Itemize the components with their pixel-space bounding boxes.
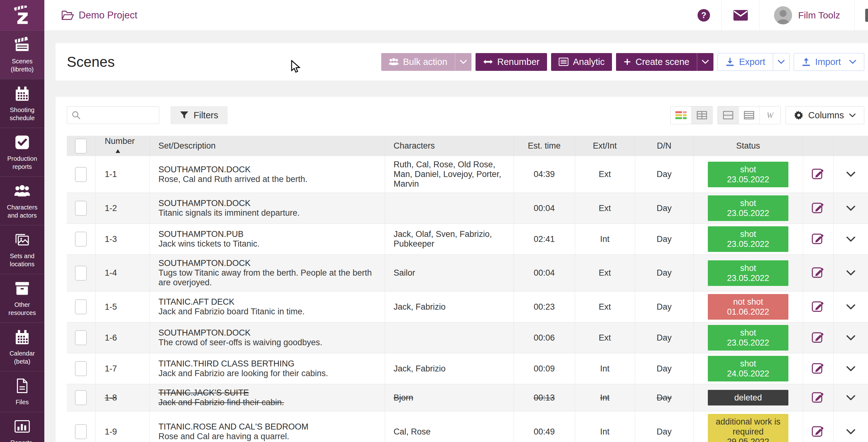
import-button[interactable]: Import bbox=[794, 53, 864, 71]
status-badge: shot23.05.2022 bbox=[708, 325, 788, 351]
expand-row-button[interactable] bbox=[846, 206, 856, 211]
user-menu[interactable]: Film Toolz bbox=[760, 0, 854, 30]
table-row[interactable]: 1-8TITANIC.JACK'S SUITEJack and Fabrizio… bbox=[67, 384, 868, 411]
row-checkbox[interactable] bbox=[75, 265, 87, 281]
row-checkbox[interactable] bbox=[75, 232, 87, 247]
edit-scene-button[interactable] bbox=[811, 361, 825, 374]
color-grid-icon bbox=[675, 111, 687, 120]
edit-scene-button[interactable] bbox=[811, 424, 825, 437]
column-header-characters: Characters bbox=[385, 136, 514, 156]
sidebar-item-characters-and-actors[interactable]: Characters and actors bbox=[0, 177, 44, 225]
messages-button[interactable] bbox=[721, 0, 760, 30]
view-single-row-button[interactable] bbox=[718, 106, 739, 124]
chevron-down-icon bbox=[849, 60, 857, 64]
scenes-panel: Filters bbox=[56, 97, 868, 442]
row-checkbox[interactable] bbox=[75, 167, 87, 182]
row-checkbox[interactable] bbox=[75, 330, 87, 345]
export-button[interactable]: Export bbox=[717, 53, 789, 71]
row-checkbox[interactable] bbox=[75, 299, 87, 314]
scene-characters: Cal, Rose bbox=[394, 427, 431, 436]
help-button[interactable]: ? bbox=[686, 0, 721, 30]
view-grid-button[interactable] bbox=[691, 106, 712, 124]
expand-row-button[interactable] bbox=[846, 270, 856, 276]
table-row[interactable]: 1-9TITANIC.ROSE AND CAL'S BEDROOMRose an… bbox=[67, 411, 868, 442]
table-row[interactable]: 1-4SOUTHAMPTON.DOCKTugs tow Titanic away… bbox=[67, 255, 868, 291]
scene-set: TITANIC.AFT DECK bbox=[159, 297, 376, 307]
export-dropdown[interactable] bbox=[773, 53, 789, 70]
topbar-edge-cell bbox=[854, 0, 868, 30]
edit-scene-button[interactable] bbox=[811, 330, 825, 343]
row-checkbox[interactable] bbox=[75, 361, 87, 376]
table-row[interactable]: 1-6SOUTHAMPTON.DOCKThe crowd of seer-off… bbox=[67, 322, 868, 353]
envelope-icon bbox=[733, 10, 748, 21]
view-script-button[interactable]: W bbox=[760, 106, 780, 124]
create-scene-button[interactable]: Create scene bbox=[616, 53, 713, 71]
expand-row-button[interactable] bbox=[846, 335, 856, 341]
select-all-checkbox[interactable] bbox=[75, 138, 87, 154]
row-checkbox[interactable] bbox=[75, 201, 87, 216]
expand-row-button[interactable] bbox=[846, 429, 856, 435]
table-row[interactable]: 1-2SOUTHAMPTON.DOCKTitanic signals its i… bbox=[67, 193, 868, 224]
column-header-number[interactable]: Number bbox=[95, 136, 150, 156]
project-switcher[interactable]: Demo Project bbox=[61, 0, 137, 30]
create-scene-label: Create scene bbox=[636, 57, 689, 67]
create-scene-dropdown[interactable] bbox=[697, 53, 713, 71]
filters-button[interactable]: Filters bbox=[170, 106, 228, 124]
edit-scene-button[interactable] bbox=[811, 265, 825, 278]
view-color-grid-button[interactable] bbox=[671, 106, 691, 124]
bulk-action-button[interactable]: Bulk action bbox=[381, 53, 471, 71]
sidebar-item-reports-analytics[interactable]: Reports, analytics bbox=[0, 412, 44, 442]
people-icon bbox=[14, 183, 30, 199]
row-checkbox[interactable] bbox=[75, 424, 87, 439]
sidebar-item-shooting-schedule[interactable]: Shooting schedule bbox=[0, 79, 44, 128]
bulk-action-dropdown[interactable] bbox=[455, 53, 471, 71]
scene-number: 1-8 bbox=[105, 393, 117, 402]
column-header-set-description: Set/Description bbox=[150, 136, 385, 156]
table-row[interactable]: 1-7TITANIC.THIRD CLASS BERTHINGJack and … bbox=[67, 353, 868, 384]
scene-est-time: 00:23 bbox=[534, 302, 555, 312]
expand-row-button[interactable] bbox=[846, 395, 856, 401]
sidebar-item-files[interactable]: Files bbox=[0, 371, 44, 412]
app-logo[interactable] bbox=[0, 0, 44, 30]
scene-day-night: Day bbox=[657, 333, 672, 342]
scene-ext-int: Int bbox=[600, 427, 610, 436]
search-input[interactable] bbox=[84, 110, 155, 121]
sidebar-item-calendar-beta[interactable]: Calendar (beta) bbox=[0, 322, 44, 371]
scene-characters: Sailor bbox=[394, 268, 415, 278]
expand-row-button[interactable] bbox=[846, 171, 856, 177]
row-checkbox[interactable] bbox=[75, 390, 87, 405]
edit-scene-button[interactable] bbox=[811, 167, 825, 180]
edit-scene-button[interactable] bbox=[811, 299, 825, 312]
analytic-button[interactable]: Analytic bbox=[551, 53, 612, 71]
scene-description: Tugs tow Titanic away from the berth. Pe… bbox=[159, 268, 376, 287]
expand-row-button[interactable] bbox=[846, 304, 856, 310]
scene-ext-int: Ext bbox=[598, 203, 611, 213]
sidebar-item-production-reports[interactable]: Production reports bbox=[0, 128, 44, 177]
expand-row-button[interactable] bbox=[846, 236, 856, 242]
table-row[interactable]: 1-3SOUTHAMPTON.PUBJack wins tickets to T… bbox=[67, 224, 868, 255]
renumber-button[interactable]: Renumber bbox=[475, 53, 547, 71]
bulk-action-label: Bulk action bbox=[403, 57, 447, 67]
sidebar-item-other-resources[interactable]: Other resources bbox=[0, 274, 44, 322]
view-multi-row-button[interactable] bbox=[739, 106, 760, 124]
page-title: Scenes bbox=[67, 53, 115, 70]
column-header-day-night: D/N bbox=[635, 136, 693, 156]
table-header: NumberSet/DescriptionCharactersEst. time… bbox=[67, 136, 868, 156]
table-row[interactable]: 1-1SOUTHAMPTON.DOCKRose, Cal and Ruth ar… bbox=[67, 156, 868, 193]
edit-scene-button[interactable] bbox=[811, 201, 825, 214]
scene-number: 1-7 bbox=[105, 364, 117, 373]
scene-est-time: 02:41 bbox=[534, 234, 555, 244]
expand-row-button[interactable] bbox=[846, 366, 856, 372]
status-date: 29.05.2022 bbox=[710, 437, 786, 442]
list-icon bbox=[559, 57, 568, 66]
columns-button[interactable]: Columns bbox=[785, 106, 864, 124]
scene-number: 1-6 bbox=[105, 333, 117, 342]
sidebar-item-sets-and-locations[interactable]: Sets and locations bbox=[0, 225, 44, 274]
filter-bar: Filters bbox=[56, 97, 868, 124]
sidebar-item-scenes-libretto[interactable]: Scenes (libretto) bbox=[0, 30, 44, 79]
edit-scene-button[interactable] bbox=[811, 232, 825, 245]
edit-scene-button[interactable] bbox=[811, 390, 825, 403]
scene-day-night: Day bbox=[657, 364, 672, 373]
status-badge: shot24.05.2022 bbox=[708, 356, 788, 381]
table-row[interactable]: 1-5TITANIC.AFT DECKJack and Fabrizio boa… bbox=[67, 291, 868, 322]
